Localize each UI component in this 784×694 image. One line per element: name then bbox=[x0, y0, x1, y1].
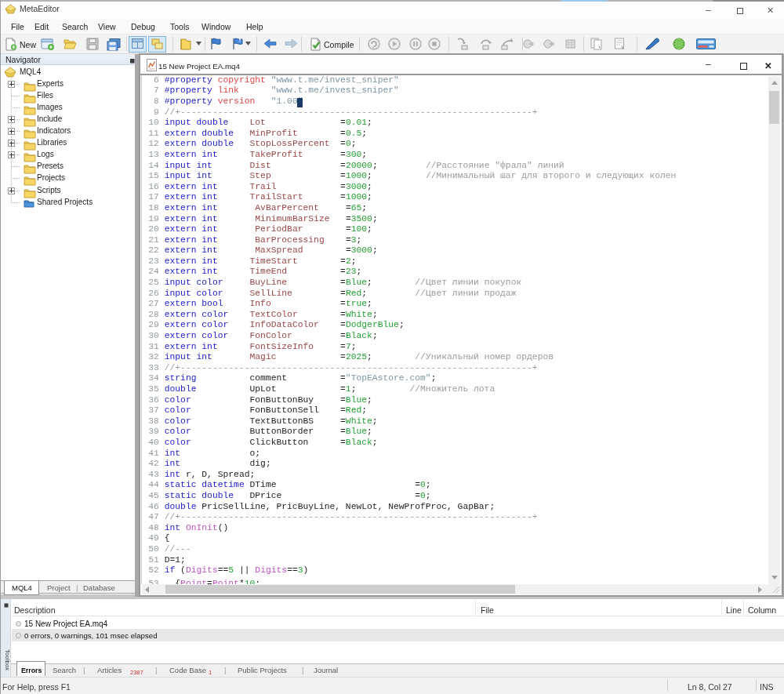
svg-text:f: f bbox=[239, 38, 241, 43]
